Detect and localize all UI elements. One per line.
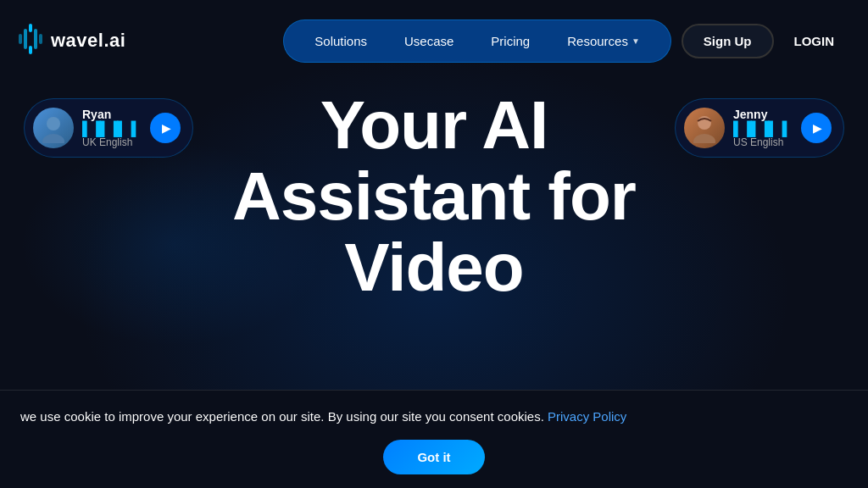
svg-point-6 — [47, 117, 60, 130]
login-button[interactable]: LOGIN — [777, 25, 852, 57]
nav-resources[interactable]: Resources ▼ — [550, 27, 657, 55]
main-nav: Solutions Usecase Pricing Resources ▼ — [283, 19, 671, 63]
got-it-button[interactable]: Got it — [383, 440, 484, 474]
privacy-policy-link[interactable]: Privacy Policy — [548, 409, 626, 424]
voice-lang-jenny: US English — [733, 136, 793, 148]
signup-button[interactable]: Sign Up — [682, 24, 774, 58]
hero-title-line2: Assistant for — [232, 161, 636, 232]
logo-area: wavel.ai — [17, 24, 125, 58]
nav-pricing[interactable]: Pricing — [474, 27, 547, 55]
nav-solutions[interactable]: Solutions — [298, 27, 384, 55]
play-icon: ▶ — [162, 121, 171, 135]
nav-usecase[interactable]: Usecase — [387, 27, 470, 55]
cookie-text: we use cookie to improve your experience… — [20, 408, 848, 427]
svg-rect-1 — [29, 46, 32, 54]
svg-rect-4 — [19, 34, 22, 44]
voice-card-ryan: Ryan ▌▐▌▐▌▐ UK English ▶ — [24, 98, 193, 158]
voice-name-ryan: Ryan — [82, 108, 142, 121]
voice-card-jenny: Jenny ▌▐▌▐▌▐ US English ▶ — [675, 98, 844, 158]
logo-icon — [17, 24, 44, 58]
avatar-ryan — [33, 108, 74, 148]
voice-name-jenny: Jenny — [733, 108, 793, 121]
hero-section: Ryan ▌▐▌▐▌▐ UK English ▶ Your AI Assista… — [0, 81, 868, 412]
logo-text: wavel.ai — [51, 30, 125, 52]
voice-info-jenny: Jenny ▌▐▌▐▌▐ US English — [733, 108, 793, 148]
avatar-jenny — [684, 108, 725, 148]
play-button-jenny[interactable]: ▶ — [801, 113, 832, 143]
play-button-ryan[interactable]: ▶ — [150, 113, 181, 143]
hero-title-line1: Your AI — [232, 90, 636, 161]
header: wavel.ai Solutions Usecase Pricing Resou… — [0, 0, 868, 81]
voice-lang-ryan: UK English — [82, 136, 142, 148]
hero-text: Your AI Assistant for Video — [232, 90, 636, 303]
svg-rect-3 — [34, 29, 37, 49]
cookie-banner: we use cookie to improve your experience… — [0, 390, 868, 489]
svg-rect-5 — [39, 34, 42, 44]
svg-point-7 — [42, 134, 64, 143]
waveform-ryan: ▌▐▌▐▌▐ — [82, 121, 142, 136]
svg-point-9 — [693, 134, 715, 143]
svg-rect-2 — [24, 29, 27, 49]
waveform-jenny: ▌▐▌▐▌▐ — [733, 121, 793, 136]
hero-title-line3: Video — [232, 232, 636, 303]
voice-info-ryan: Ryan ▌▐▌▐▌▐ UK English — [82, 108, 142, 148]
play-icon-jenny: ▶ — [813, 121, 822, 135]
svg-rect-0 — [29, 24, 32, 32]
chevron-down-icon: ▼ — [632, 36, 640, 46]
